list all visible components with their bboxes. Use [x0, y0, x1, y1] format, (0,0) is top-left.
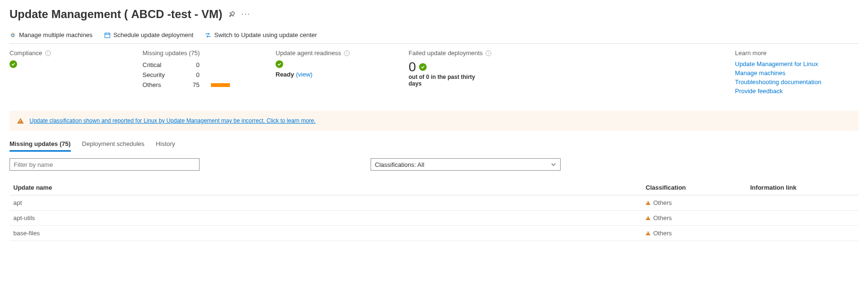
warning-icon — [646, 231, 650, 235]
check-circle-icon — [10, 60, 17, 68]
svg-rect-1 — [105, 33, 110, 38]
learn-link-troubleshoot[interactable]: Troubleshooting documentation — [735, 78, 858, 86]
info-icon[interactable]: i — [344, 50, 350, 56]
info-icon[interactable]: i — [45, 50, 51, 56]
learn-more-card: Learn more Update Management for Linux M… — [735, 49, 858, 96]
learn-link-linux[interactable]: Update Management for Linux — [735, 60, 858, 68]
svg-point-0 — [11, 34, 14, 36]
failed-deployments-card: Failed update deployments i 0 out of 0 i… — [409, 49, 513, 96]
updates-table: Update name Classification Information l… — [10, 180, 858, 241]
schedule-deployment-button[interactable]: Schedule update deployment — [104, 31, 193, 39]
col-update-name[interactable]: Update name — [13, 184, 646, 191]
agent-status: Ready — [276, 71, 294, 78]
update-name-cell: apt-utils — [13, 214, 646, 222]
warning-icon — [646, 216, 650, 220]
tab-missing-updates[interactable]: Missing updates (75) — [10, 140, 71, 152]
failed-count: 0 — [409, 60, 416, 74]
check-circle-icon — [276, 60, 283, 68]
tab-history[interactable]: History — [156, 140, 175, 152]
check-circle-icon — [419, 63, 427, 71]
schedule-deployment-label: Schedule update deployment — [114, 31, 193, 39]
swap-icon — [205, 32, 211, 39]
page-title: Update Management ( ABCD -test - VM) — [10, 8, 222, 21]
agent-readiness-card: Update agent readiness i Ready (view) — [276, 49, 380, 96]
warning-banner-link[interactable]: Update classification shown and reported… — [29, 117, 315, 124]
info-icon[interactable]: i — [486, 50, 491, 56]
table-row[interactable]: apt Others — [10, 195, 858, 211]
classification-select[interactable]: Classifications: All — [371, 158, 561, 171]
missing-row-others-value: 75 — [185, 80, 200, 90]
calendar-icon — [104, 32, 111, 39]
learn-more-label: Learn more — [735, 49, 766, 57]
gear-icon — [10, 32, 16, 39]
manage-machines-button[interactable]: Manage multiple machines — [10, 31, 93, 39]
agent-readiness-label: Update agent readiness — [276, 49, 341, 57]
switch-update-center-label: Switch to Update using update center — [214, 31, 317, 39]
update-name-cell: base-files — [13, 230, 646, 237]
failed-deployments-label: Failed update deployments — [409, 49, 483, 57]
failed-subtext: out of 0 in the past thirty days — [409, 74, 485, 87]
warning-icon — [17, 118, 24, 124]
compliance-label: Compliance — [10, 49, 42, 57]
chevron-down-icon — [551, 162, 556, 167]
table-row[interactable]: apt-utils Others — [10, 211, 858, 226]
missing-row-security-value: 0 — [185, 70, 200, 80]
others-bar — [211, 83, 230, 87]
warning-icon — [646, 201, 650, 205]
tab-deployment-schedules[interactable]: Deployment schedules — [82, 140, 145, 152]
learn-link-manage[interactable]: Manage machines — [735, 69, 858, 77]
compliance-card: Compliance i — [10, 49, 114, 96]
classification-select-label: Classifications: All — [375, 161, 424, 168]
toolbar: Manage multiple machines Schedule update… — [10, 31, 858, 43]
missing-row-others-label: Others — [143, 80, 176, 90]
pin-icon[interactable] — [228, 10, 236, 18]
tabs: Missing updates (75) Deployment schedule… — [10, 140, 858, 152]
col-information-link[interactable]: Information link — [750, 184, 855, 191]
table-row[interactable]: base-files Others — [10, 226, 858, 241]
switch-update-center-button[interactable]: Switch to Update using update center — [205, 31, 317, 39]
agent-view-link[interactable]: (view) — [296, 71, 313, 78]
summary-row: Compliance i Missing updates (75) Critic… — [10, 49, 858, 111]
more-icon[interactable]: ··· — [241, 10, 250, 19]
classification-cell: Others — [646, 230, 750, 237]
missing-row-security-label: Security — [143, 70, 176, 80]
update-name-cell: apt — [13, 199, 646, 206]
manage-machines-label: Manage multiple machines — [19, 31, 93, 39]
col-classification[interactable]: Classification — [646, 184, 750, 191]
classification-cell: Others — [646, 199, 750, 206]
classification-cell: Others — [646, 214, 750, 222]
missing-updates-card: Missing updates (75) Critical 0 Security… — [143, 49, 247, 96]
missing-row-critical-value: 0 — [185, 60, 200, 70]
warning-banner: Update classification shown and reported… — [10, 111, 858, 131]
missing-row-critical-label: Critical — [143, 60, 176, 70]
learn-link-feedback[interactable]: Provide feedback — [735, 87, 858, 95]
filter-name-input[interactable] — [10, 158, 200, 171]
missing-updates-label: Missing updates (75) — [143, 49, 200, 57]
